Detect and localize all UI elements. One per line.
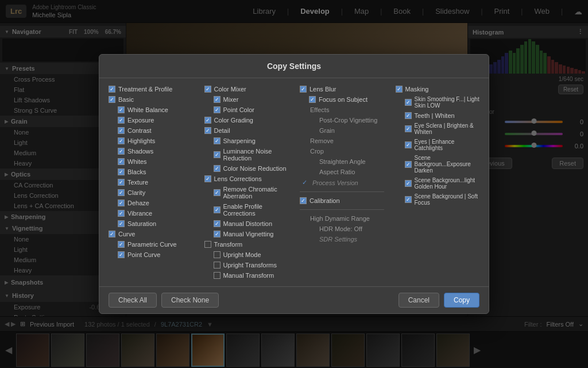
item-whites[interactable]: ✓ Whites [109, 158, 193, 166]
cb-clarity[interactable]: ✓ [118, 189, 125, 196]
cb-exposure[interactable]: ✓ [118, 117, 125, 124]
item-eye-sclera[interactable]: ✓ Eye Sclera | Brighten & Whiten [396, 122, 480, 136]
cb-calibration[interactable]: ✓ [300, 197, 307, 204]
item-scene-bg-darken[interactable]: ✓ Scene Backgroun...Exposure Darken [396, 154, 480, 174]
item-manual-distortion[interactable]: ✓ Manual Distortion [204, 220, 289, 228]
item-exposure[interactable]: ✓ Exposure [109, 116, 193, 124]
cb-focus-on-subject[interactable]: ✓ [309, 96, 316, 103]
item-highlights[interactable]: ✓ Highlights [109, 137, 193, 145]
item-color-grading[interactable]: ✓ Color Grading [204, 116, 289, 124]
item-masking[interactable]: ✓ Masking [396, 85, 480, 93]
cb-upright-mode[interactable] [214, 251, 220, 258]
cb-remove-ca[interactable]: ✓ [214, 189, 220, 196]
item-lens-corrections[interactable]: ✓ Lens Corrections [204, 175, 289, 183]
cb-detail[interactable]: ✓ [204, 127, 211, 134]
cb-point-curve[interactable]: ✓ [118, 251, 125, 258]
item-focus-on-subject[interactable]: ✓ Focus on Subject [300, 95, 384, 103]
item-skin-smoothing[interactable]: ✓ Skin Smoothing F...| Light Skin LOW [396, 95, 480, 109]
item-scene-bg-soft[interactable]: ✓ Scene Background | Soft Focus [396, 193, 480, 206]
item-dehaze[interactable]: ✓ Dehaze [109, 199, 193, 207]
item-upright-transforms[interactable]: Upright Transforms [204, 261, 289, 269]
cb-curve[interactable]: ✓ [109, 231, 115, 237]
item-vibrance[interactable]: ✓ Vibrance [109, 209, 193, 217]
cb-sharpening[interactable]: ✓ [214, 137, 220, 144]
cb-teeth[interactable]: ✓ [405, 112, 412, 119]
cb-eyes-catchlights[interactable]: ✓ [405, 141, 412, 148]
item-point-curve[interactable]: ✓ Point Curve [109, 251, 193, 259]
cb-transform[interactable] [204, 241, 211, 248]
item-transform[interactable]: Transform [204, 240, 289, 248]
cb-mixer[interactable]: ✓ [214, 96, 220, 103]
item-remove-ca[interactable]: ✓ Remove Chromatic Aberration [204, 185, 289, 200]
cb-lens-blur[interactable]: ✓ [300, 86, 307, 93]
cb-lum-noise[interactable]: ✓ [214, 151, 220, 158]
item-process-version[interactable]: ✓ Process Version [300, 178, 384, 187]
item-treatment[interactable]: ✓ Treatment & Profile [109, 85, 193, 93]
item-scene-bg-golden[interactable]: ✓ Scene Backgroun...light Golden Hour [396, 177, 480, 190]
item-enable-profile[interactable]: ✓ Enable Profile Corrections [204, 202, 289, 217]
item-calibration[interactable]: ✓ Calibration [300, 197, 384, 205]
cb-contrast[interactable]: ✓ [118, 127, 125, 134]
cb-saturation[interactable]: ✓ [118, 220, 125, 227]
cb-manual-vignetting[interactable]: ✓ [214, 231, 220, 237]
item-wb[interactable]: ✓ White Balance [109, 106, 193, 114]
cb-scene-bg-soft[interactable]: ✓ [405, 196, 412, 203]
cb-upright-transforms[interactable] [214, 262, 220, 269]
item-saturation[interactable]: ✓ Saturation [109, 220, 193, 228]
check-none-button[interactable]: Check None [161, 293, 219, 308]
cancel-button[interactable]: Cancel [399, 293, 439, 308]
cb-basic[interactable]: ✓ [109, 96, 115, 103]
cb-texture[interactable]: ✓ [118, 179, 125, 186]
item-contrast[interactable]: ✓ Contrast [109, 126, 193, 135]
check-all-button[interactable]: Check All [109, 293, 157, 308]
cb-masking[interactable]: ✓ [396, 86, 403, 93]
item-param-curve[interactable]: ✓ Parametric Curve [109, 240, 193, 248]
cb-wb[interactable]: ✓ [118, 106, 125, 113]
cb-color-grading[interactable]: ✓ [204, 117, 211, 124]
item-color-mixer[interactable]: ✓ Color Mixer [204, 85, 289, 93]
cb-manual-distortion[interactable]: ✓ [214, 220, 220, 227]
item-eyes-catchlights[interactable]: ✓ Eyes | Enhance Catchlights [396, 138, 480, 152]
item-color-noise[interactable]: ✓ Color Noise Reduction [204, 164, 289, 172]
copy-settings-button[interactable]: Copy [444, 293, 479, 308]
cb-highlights[interactable]: ✓ [118, 137, 125, 144]
item-manual-transform[interactable]: Manual Transform [204, 271, 289, 279]
cb-treatment[interactable]: ✓ [109, 86, 115, 93]
item-mixer[interactable]: ✓ Mixer [204, 95, 289, 103]
cb-point-color[interactable]: ✓ [214, 106, 220, 113]
item-grain[interactable]: Grain [300, 126, 384, 135]
item-teeth[interactable]: ✓ Teeth | Whiten [396, 112, 480, 120]
item-texture[interactable]: ✓ Texture [109, 178, 193, 186]
cb-param-curve[interactable]: ✓ [118, 241, 125, 248]
item-clarity[interactable]: ✓ Clarity [109, 189, 193, 197]
item-point-color[interactable]: ✓ Point Color [204, 106, 289, 114]
item-hdr-mode[interactable]: HDR Mode: Off [300, 225, 384, 233]
item-aspect-ratio[interactable]: Aspect Ratio [300, 168, 384, 176]
item-manual-vignetting[interactable]: ✓ Manual Vignetting [204, 230, 289, 238]
item-lum-noise[interactable]: ✓ Luminance Noise Reduction [204, 147, 289, 162]
item-curve[interactable]: ✓ Curve [109, 230, 193, 238]
cb-manual-transform[interactable] [214, 272, 220, 279]
cb-eye-sclera[interactable]: ✓ [405, 125, 412, 132]
item-blacks[interactable]: ✓ Blacks [109, 168, 193, 176]
cb-scene-bg-darken[interactable]: ✓ [405, 161, 412, 168]
item-straighten[interactable]: Straighten Angle [300, 158, 384, 166]
cb-shadows[interactable]: ✓ [118, 148, 125, 155]
cb-blacks[interactable]: ✓ [118, 168, 125, 175]
cb-color-mixer[interactable]: ✓ [204, 86, 211, 93]
cb-skin-smoothing[interactable]: ✓ [405, 99, 412, 106]
cb-enable-profile[interactable]: ✓ [214, 206, 220, 213]
cb-vibrance[interactable]: ✓ [118, 210, 125, 217]
cb-whites[interactable]: ✓ [118, 158, 125, 165]
item-lens-blur[interactable]: ✓ Lens Blur [300, 85, 384, 93]
item-sharpening[interactable]: ✓ Sharpening [204, 137, 289, 145]
item-post-crop[interactable]: Post-Crop Vignetting [300, 116, 384, 124]
cb-lens-corrections[interactable]: ✓ [204, 175, 211, 182]
item-shadows[interactable]: ✓ Shadows [109, 147, 193, 155]
cb-dehaze[interactable]: ✓ [118, 200, 125, 206]
item-upright-mode[interactable]: Upright Mode [204, 251, 289, 259]
cb-scene-bg-golden[interactable]: ✓ [405, 180, 412, 187]
item-detail[interactable]: ✓ Detail [204, 126, 289, 135]
cb-color-noise[interactable]: ✓ [214, 165, 220, 172]
item-basic[interactable]: ✓ Basic [109, 95, 193, 103]
